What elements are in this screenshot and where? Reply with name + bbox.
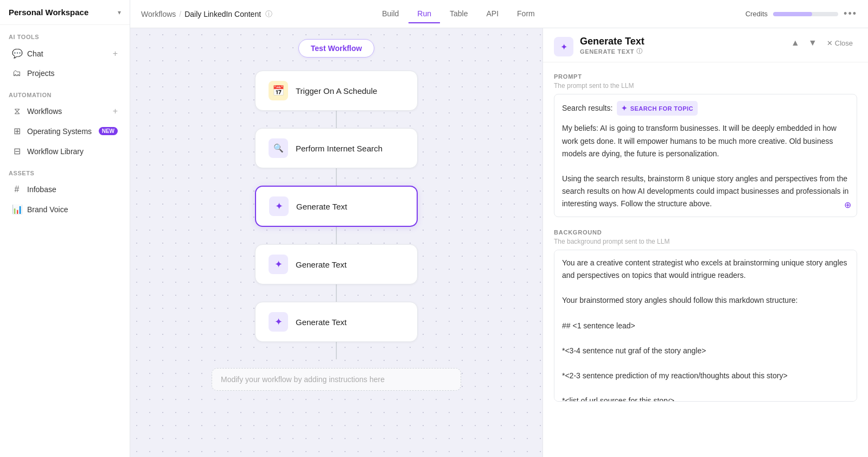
prompt-prefix-text: Search results: bbox=[562, 104, 612, 112]
prompt-section: PROMPT The prompt sent to the LLM Search… bbox=[554, 73, 857, 217]
topbar-right: Credits ••• bbox=[745, 8, 857, 20]
search-node-icon: 🔍 bbox=[269, 138, 288, 158]
close-x-icon: ✕ bbox=[827, 39, 833, 47]
sidebar-item-chat-label: Chat bbox=[27, 49, 107, 58]
credits-label: Credits bbox=[745, 10, 768, 18]
chip-icon: ✦ bbox=[621, 103, 627, 114]
sidebar-item-operating-systems-label: Operating Systems bbox=[27, 127, 93, 136]
panel-subtitle: GENERATE TEXT ⓘ bbox=[580, 47, 781, 55]
add-chat-icon[interactable]: + bbox=[113, 49, 118, 59]
tab-build[interactable]: Build bbox=[373, 5, 407, 23]
panel-icon: ✦ bbox=[554, 37, 573, 56]
section-label-assets: Assets bbox=[0, 161, 130, 180]
node-trigger[interactable]: 📅 Trigger On A Schedule bbox=[255, 71, 418, 111]
connector-3 bbox=[336, 227, 337, 244]
chip-label: SEARCH FOR TOPIC bbox=[630, 104, 693, 113]
panel-up-button[interactable]: ▲ bbox=[788, 36, 803, 50]
infobase-icon: # bbox=[12, 185, 22, 194]
section-label-ai-tools: AI Tools bbox=[0, 25, 130, 43]
workflow-instruction-input[interactable]: Modify your workflow by adding instructi… bbox=[212, 368, 461, 391]
connector-4 bbox=[336, 284, 337, 302]
background-label: BACKGROUND bbox=[554, 229, 857, 236]
prompt-body-text: My beliefs: AI is going to transform bus… bbox=[562, 122, 849, 210]
topbar: Workflows / Daily LinkedIn Content ⓘ Bui… bbox=[130, 0, 868, 28]
expand-icon[interactable]: ⊕ bbox=[844, 198, 851, 212]
generate2-node-label: Generate Text bbox=[296, 260, 347, 269]
sidebar-header: Personal Workspace ▾ bbox=[0, 0, 130, 25]
operating-systems-icon: ⊞ bbox=[12, 126, 22, 136]
topbar-tabs: Build Run Table API Form bbox=[373, 5, 544, 23]
trigger-node-label: Trigger On A Schedule bbox=[296, 86, 377, 96]
tab-run[interactable]: Run bbox=[409, 5, 440, 23]
sidebar-item-brand-voice[interactable]: 📊 Brand Voice bbox=[3, 199, 126, 219]
projects-icon: 🗂 bbox=[12, 68, 22, 78]
more-options-icon[interactable]: ••• bbox=[844, 8, 857, 20]
breadcrumb-current-page: Daily LinkedIn Content bbox=[184, 10, 261, 18]
node-generate-3[interactable]: ✦ Generate Text bbox=[255, 302, 418, 342]
panel-close-button[interactable]: ✕ Close bbox=[822, 37, 857, 49]
breadcrumb-workflows[interactable]: Workflows bbox=[141, 10, 176, 18]
panel-header: ✦ Generate Text GENERATE TEXT ⓘ ▲ ▼ ✕ Cl… bbox=[543, 28, 868, 62]
workspace-chevron-icon[interactable]: ▾ bbox=[118, 9, 121, 16]
sidebar-item-infobase[interactable]: # Infobase bbox=[3, 180, 126, 199]
sidebar-item-chat[interactable]: 💬 Chat + bbox=[3, 43, 126, 64]
workflow-canvas[interactable]: Test Workflow 📅 Trigger On A Schedule 🔍 … bbox=[130, 28, 542, 457]
test-workflow-button[interactable]: Test Workflow bbox=[298, 39, 374, 58]
panel-body: PROMPT The prompt sent to the LLM Search… bbox=[543, 62, 868, 457]
main-area: Workflows / Daily LinkedIn Content ⓘ Bui… bbox=[130, 0, 868, 457]
breadcrumb-separator: / bbox=[179, 10, 181, 18]
sidebar-item-workflow-library-label: Workflow Library bbox=[27, 147, 118, 156]
sidebar-item-projects[interactable]: 🗂 Projects bbox=[3, 64, 126, 83]
trigger-node-icon: 📅 bbox=[269, 81, 288, 100]
sidebar-item-workflow-library[interactable]: ⊟ Workflow Library bbox=[3, 141, 126, 161]
tab-api[interactable]: API bbox=[477, 5, 507, 23]
add-workflow-icon[interactable]: + bbox=[113, 106, 118, 116]
generate1-node-icon: ✦ bbox=[269, 196, 289, 216]
sidebar-item-operating-systems[interactable]: ⊞ Operating Systems NEW bbox=[3, 121, 126, 141]
generate3-node-icon: ✦ bbox=[269, 312, 288, 332]
background-section: BACKGROUND The background prompt sent to… bbox=[554, 229, 857, 403]
search-for-topic-chip[interactable]: ✦ SEARCH FOR TOPIC bbox=[617, 101, 698, 116]
breadcrumb-info-icon[interactable]: ⓘ bbox=[265, 9, 272, 19]
panel-subtitle-text: GENERATE TEXT bbox=[580, 48, 634, 55]
sidebar-item-brand-voice-label: Brand Voice bbox=[27, 205, 118, 214]
generate1-node-label: Generate Text bbox=[296, 202, 347, 211]
panel-title: Generate Text bbox=[580, 36, 781, 47]
prompt-prefix-row: Search results: ✦ SEARCH FOR TOPIC bbox=[562, 101, 849, 116]
credits-bar bbox=[773, 12, 838, 16]
background-sublabel: The background prompt sent to the LLM bbox=[554, 238, 857, 245]
brand-voice-icon: 📊 bbox=[12, 204, 22, 214]
close-label: Close bbox=[835, 39, 853, 47]
breadcrumb: Workflows / Daily LinkedIn Content ⓘ bbox=[141, 9, 272, 19]
new-badge: NEW bbox=[99, 127, 118, 135]
canvas-area: Test Workflow 📅 Trigger On A Schedule 🔍 … bbox=[130, 28, 868, 457]
sidebar-item-infobase-label: Infobase bbox=[27, 185, 118, 194]
workspace-title: Personal Workspace bbox=[9, 8, 88, 17]
panel-actions: ▲ ▼ ✕ Close bbox=[788, 36, 857, 50]
workflow-instruction-placeholder: Modify your workflow by adding instructi… bbox=[221, 375, 385, 384]
connector-5 bbox=[336, 342, 337, 359]
search-node-label: Perform Internet Search bbox=[296, 144, 382, 153]
tab-table[interactable]: Table bbox=[441, 5, 476, 23]
background-textarea[interactable]: You are a creative content strategist wh… bbox=[554, 250, 857, 402]
node-search[interactable]: 🔍 Perform Internet Search bbox=[255, 128, 418, 168]
sidebar-item-workflows[interactable]: ⧖ Workflows + bbox=[3, 101, 126, 121]
node-generate-1[interactable]: ✦ Generate Text bbox=[255, 186, 418, 227]
sidebar: Personal Workspace ▾ AI Tools 💬 Chat + 🗂… bbox=[0, 0, 130, 457]
panel-down-button[interactable]: ▼ bbox=[805, 36, 820, 50]
workflows-icon: ⧖ bbox=[12, 106, 22, 116]
credits-fill bbox=[773, 12, 812, 16]
connector-1 bbox=[336, 111, 337, 128]
right-panel: ✦ Generate Text GENERATE TEXT ⓘ ▲ ▼ ✕ Cl… bbox=[542, 28, 868, 457]
prompt-box[interactable]: Search results: ✦ SEARCH FOR TOPIC My be… bbox=[554, 94, 857, 217]
panel-subtitle-info-icon[interactable]: ⓘ bbox=[636, 47, 643, 55]
sidebar-item-workflows-label: Workflows bbox=[27, 107, 107, 116]
workflow-library-icon: ⊟ bbox=[12, 146, 22, 156]
generate2-node-icon: ✦ bbox=[269, 255, 288, 274]
generate3-node-label: Generate Text bbox=[296, 318, 347, 327]
tab-form[interactable]: Form bbox=[508, 5, 544, 23]
node-generate-2[interactable]: ✦ Generate Text bbox=[255, 244, 418, 284]
chat-icon: 💬 bbox=[12, 48, 22, 59]
prompt-sublabel: The prompt sent to the LLM bbox=[554, 82, 857, 90]
panel-title-area: Generate Text GENERATE TEXT ⓘ bbox=[580, 36, 781, 55]
